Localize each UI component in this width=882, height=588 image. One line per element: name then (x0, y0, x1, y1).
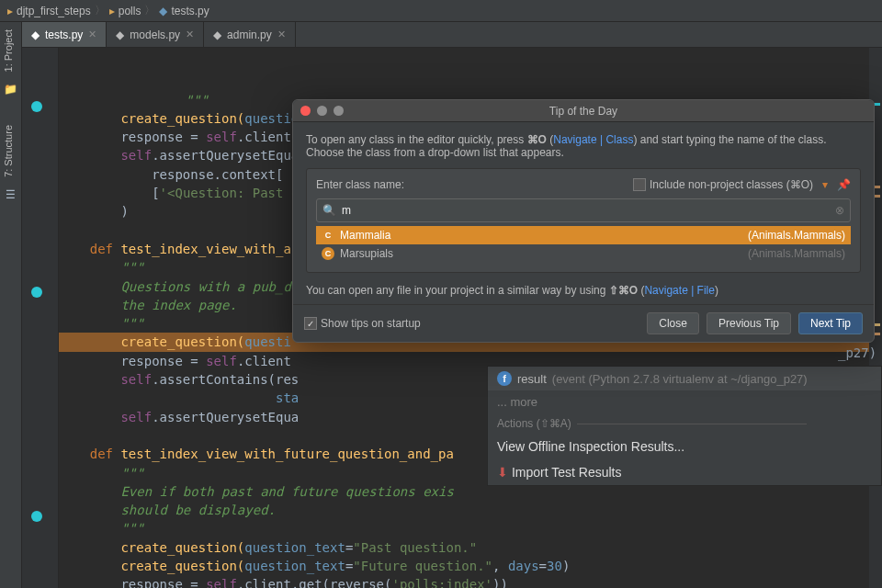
next-tip-button[interactable]: Next Tip (798, 312, 863, 334)
result-name: Mammalia (340, 229, 390, 242)
checkbox-icon: ✓ (304, 317, 317, 330)
breadcrumb-sep: 〉 (95, 3, 106, 18)
tip-of-the-day-dialog: Tip of the Day To open any class in the … (292, 99, 875, 343)
breadcrumb: ▸ djtp_first_steps 〉 ▸ polls 〉 ◆ tests.p… (0, 0, 882, 22)
breakpoint-marker[interactable] (31, 287, 42, 298)
enter-class-label: Enter class name: (316, 178, 404, 191)
search-results: C Mammalia (Animals.Mammals) C Marsupial… (316, 226, 851, 263)
python-file-icon: ◆ (213, 28, 221, 41)
close-icon[interactable]: ✕ (88, 28, 96, 40)
breadcrumb-file[interactable]: tests.py (171, 5, 209, 17)
python-file-icon: ◆ (31, 28, 40, 41)
tab-models[interactable]: ◆ models.py ✕ (107, 22, 204, 47)
class-search-input[interactable]: 🔍 m ⊗ (316, 198, 851, 222)
left-toolwindow-bar: 1: Project 📁 7: Structure ☰ (0, 22, 22, 588)
dialog-title: Tip of the Day (300, 105, 866, 118)
dialog-titlebar[interactable]: Tip of the Day (293, 100, 874, 122)
window-maximize-icon[interactable] (334, 106, 344, 116)
actions-header: Actions (⇧⌘A) (488, 413, 881, 434)
pin-icon[interactable]: 📌 (837, 178, 851, 191)
result-label: result (517, 372, 547, 386)
filter-icon[interactable]: ▾ (822, 178, 828, 191)
include-non-project-checkbox[interactable]: Include non-project classes (⌘O) (633, 178, 813, 191)
result-item[interactable]: C Mammalia (Animals.Mammals) (316, 226, 851, 244)
checkbox-icon (633, 178, 646, 191)
info-icon: f (497, 371, 512, 386)
result-row[interactable]: f result (event (Python 2.7.8 virtualenv… (488, 367, 881, 390)
editor-tabs: ◆ tests.py ✕ ◆ models.py ✕ ◆ admin.py ✕ (22, 22, 882, 48)
search-icon: 🔍 (322, 204, 336, 217)
folder-icon: ▸ (109, 5, 115, 17)
close-icon[interactable]: ✕ (277, 28, 286, 40)
python-file-icon: ◆ (116, 28, 124, 41)
checkbox-label: Include non-project classes (⌘O) (650, 178, 813, 191)
tab-label: models.py (130, 28, 180, 41)
action-view-offline[interactable]: View Offline Inspection Results... (488, 434, 881, 459)
breakpoint-marker[interactable] (31, 511, 42, 522)
structure-toolwindow-icon: ☰ (0, 185, 21, 205)
result-name: Marsupials (340, 247, 393, 260)
toolwindow-structure[interactable]: 7: Structure (0, 118, 17, 185)
close-button[interactable]: Close (647, 312, 699, 334)
checkbox-label: Show tips on startup (321, 317, 421, 330)
navigate-file-link[interactable]: Navigate | File (644, 284, 714, 297)
python-file-icon: ◆ (159, 5, 167, 17)
more-link[interactable]: ... more (488, 390, 881, 413)
close-icon[interactable]: ✕ (186, 28, 194, 40)
project-icon: ▸ (7, 5, 13, 17)
result-detail: (event (Python 2.7.8 virtualenv at ~/dja… (552, 372, 808, 386)
clear-icon[interactable]: ⊗ (835, 204, 844, 217)
goto-class-example: Enter class name: Include non-project cl… (306, 168, 861, 273)
tab-tests[interactable]: ◆ tests.py ✕ (22, 22, 107, 47)
tab-label: tests.py (45, 28, 83, 41)
breakpoint-marker[interactable] (31, 101, 42, 112)
search-everywhere-popup: f result (event (Python 2.7.8 virtualenv… (487, 366, 882, 486)
window-close-icon[interactable] (300, 106, 311, 116)
action-import-test[interactable]: ⬇ Import Test Results (488, 459, 881, 485)
tip-text-2: You can open any file in your project in… (306, 284, 861, 297)
result-package: (Animals.Mammals) (748, 229, 845, 242)
tab-label: admin.py (227, 28, 272, 41)
class-icon: C (322, 229, 334, 242)
tip-text: To open any class in the editor quickly,… (306, 133, 861, 159)
result-package: (Animals.Mammals) (748, 247, 845, 260)
breadcrumb-folder[interactable]: polls (119, 5, 141, 17)
tab-admin[interactable]: ◆ admin.py ✕ (204, 22, 296, 47)
project-toolwindow-icon: 📁 (0, 79, 21, 99)
action-label: Import Test Results (512, 465, 622, 480)
window-minimize-icon[interactable] (317, 106, 327, 116)
show-tips-checkbox[interactable]: ✓ Show tips on startup (304, 317, 421, 330)
code-fragment: _p27) (838, 345, 876, 360)
editor-gutter (22, 48, 59, 588)
result-item[interactable]: C Marsupials (Animals.Mammals) (316, 244, 851, 263)
breadcrumb-sep: 〉 (144, 3, 155, 18)
class-icon: C (322, 247, 334, 260)
toolwindow-project[interactable]: 1: Project (0, 22, 17, 79)
navigate-class-link[interactable]: Navigate | Class (553, 133, 633, 146)
previous-tip-button[interactable]: Previous Tip (707, 312, 791, 334)
search-query: m (342, 204, 351, 217)
import-icon: ⬇ (497, 465, 508, 480)
breadcrumb-project[interactable]: djtp_first_steps (17, 5, 91, 17)
dialog-footer: ✓ Show tips on startup Close Previous Ti… (293, 304, 874, 342)
